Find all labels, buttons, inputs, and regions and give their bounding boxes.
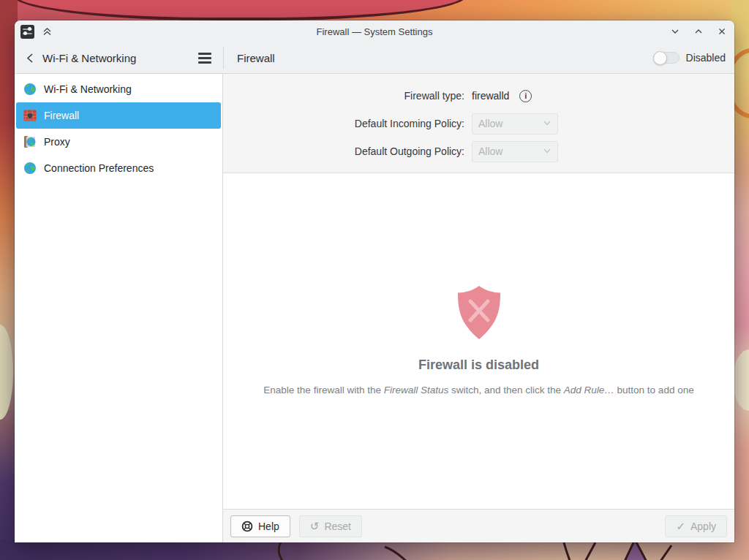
page-title: Firewall [237, 52, 275, 64]
keep-above-icon[interactable] [40, 25, 53, 38]
sidebar: Wi-Fi & Networking Firewall Proxy Connec… [15, 74, 223, 542]
incoming-policy-dropdown[interactable]: Allow [472, 113, 558, 135]
firewall-status-label: Disabled [686, 52, 726, 64]
back-button[interactable] [22, 50, 38, 66]
incoming-policy-label: Default Incoming Policy: [223, 118, 472, 129]
sidebar-item-connection-preferences[interactable]: Connection Preferences [16, 155, 221, 181]
window-title: Firewall — System Settings [15, 26, 734, 37]
globe-icon [23, 83, 37, 96]
outgoing-policy-dropdown[interactable]: Allow [472, 141, 558, 162]
maximize-button[interactable] [692, 25, 705, 38]
help-label: Help [258, 521, 279, 532]
sidebar-item-label: Proxy [44, 136, 70, 148]
sidebar-item-label: Connection Preferences [44, 162, 154, 174]
apply-button[interactable]: ✓ Apply [665, 515, 727, 537]
placeholder-description: Enable the firewall with the Firewall St… [263, 383, 693, 398]
reset-button[interactable]: ↺ Reset [299, 515, 362, 537]
incoming-policy-value: Allow [478, 118, 503, 129]
description-text: switch, and then click the [448, 385, 564, 396]
chevron-down-icon [543, 145, 552, 157]
proxy-door-globe-icon [23, 135, 37, 148]
sidebar-item-label: Wi-Fi & Networking [44, 83, 132, 95]
page-header: Firewall Disabled [224, 42, 734, 73]
apply-label: Apply [690, 521, 716, 532]
reset-label: Reset [324, 521, 351, 532]
outgoing-policy-value: Allow [478, 145, 503, 157]
shield-x-disabled-icon [456, 284, 503, 344]
header-row: Wi-Fi & Networking Firewall Disabled [15, 42, 734, 74]
system-settings-window: Firewall — System Settings Wi-Fi & Netwo… [15, 20, 734, 542]
description-emphasis: Firewall Status [384, 385, 449, 396]
sidebar-item-firewall[interactable]: Firewall [16, 102, 221, 129]
placeholder-title: Firewall is disabled [418, 357, 539, 373]
sidebar-item-label: Firewall [44, 110, 79, 121]
firewall-disabled-placeholder: Firewall is disabled Enable the firewall… [223, 173, 734, 509]
titlebar[interactable]: Firewall — System Settings [15, 20, 734, 42]
firewall-settings-form: Firewall type: firewalld i Default Incom… [223, 74, 734, 173]
checkmark-icon: ✓ [676, 521, 685, 531]
minimize-button[interactable] [669, 25, 682, 38]
lifebuoy-icon [241, 521, 253, 532]
sidebar-item-proxy[interactable]: Proxy [16, 129, 221, 155]
sidebar-item-wifi-networking[interactable]: Wi-Fi & Networking [16, 76, 221, 102]
firewall-status-toggle[interactable] [653, 52, 680, 64]
description-text: button to add one [614, 385, 694, 396]
hamburger-menu-icon[interactable] [195, 50, 214, 67]
help-button[interactable]: Help [230, 515, 290, 537]
globe-icon [23, 162, 37, 175]
sidebar-header-title: Wi-Fi & Networking [42, 52, 136, 64]
outgoing-policy-label: Default Outgoing Policy: [223, 145, 472, 157]
description-emphasis: Add Rule… [564, 385, 614, 396]
firewall-type-value: firewalld [472, 90, 509, 102]
undo-arrow-icon: ↺ [310, 521, 320, 531]
firewall-type-label: Firewall type: [223, 90, 472, 102]
close-button[interactable] [715, 25, 729, 38]
app-menu-icon[interactable] [20, 25, 34, 39]
footer-bar: Help ↺ Reset ✓ Apply [223, 509, 734, 542]
info-circle-icon[interactable]: i [519, 90, 532, 102]
sidebar-header: Wi-Fi & Networking [15, 42, 223, 73]
description-text: Enable the firewall with the [263, 385, 383, 396]
firewall-brick-shield-icon [23, 109, 37, 122]
chevron-down-icon [543, 118, 552, 129]
